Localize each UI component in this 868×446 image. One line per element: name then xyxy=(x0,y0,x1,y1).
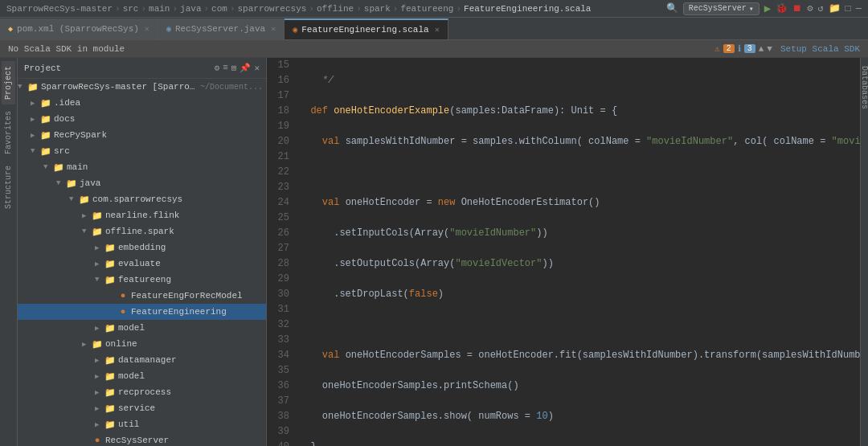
minimize-icon[interactable]: — xyxy=(856,3,862,14)
breadcrumb-sep: › xyxy=(230,4,235,14)
tree-item-recsysserver[interactable]: ● RecSysServer xyxy=(18,432,266,446)
tree-item-datamanager[interactable]: ▶ 📁 datamanager xyxy=(18,352,266,368)
close-icon[interactable]: ✕ xyxy=(435,25,440,35)
tree-item-label: nearline.flink xyxy=(105,211,179,220)
tree-item-label: docs xyxy=(54,114,75,124)
pin-icon[interactable]: 📌 xyxy=(240,63,251,73)
tree-item-online[interactable]: ▶ 📁 online xyxy=(18,336,266,352)
breadcrumb-item[interactable]: sparrowrecsys xyxy=(238,4,307,14)
left-sidebar-tabs: Project Favorites Structure xyxy=(0,58,18,446)
sdk-banner-right: ⚠ 2 ℹ 3 ▲ ▼ Setup Scala SDK xyxy=(714,43,860,54)
arrow-icon: ▶ xyxy=(95,260,104,268)
arrow-icon: ▶ xyxy=(95,404,104,413)
breadcrumb-item[interactable]: com xyxy=(211,4,227,14)
server-button[interactable]: RecSysServer ▾ xyxy=(683,2,760,15)
folder-icon: 📁 xyxy=(104,419,116,430)
tree-item-idea[interactable]: ▶ 📁 .idea xyxy=(18,95,266,111)
folder-icon[interactable]: 📁 xyxy=(829,2,841,14)
tree-item-docs[interactable]: ▶ 📁 docs xyxy=(18,111,266,127)
tree-item-model1[interactable]: ▶ 📁 model xyxy=(18,320,266,336)
tree-item-path: ~/Document... xyxy=(200,83,263,92)
tree-item-label: offline.spark xyxy=(105,227,174,236)
sort-icon[interactable]: ≡ xyxy=(223,63,228,73)
chevron-down-icon[interactable]: ▼ xyxy=(767,44,772,54)
tree-item-featureeng-recmodel[interactable]: ● FeatureEngForRecModel xyxy=(18,288,266,304)
expand-icon[interactable]: ⊞ xyxy=(231,63,237,73)
breadcrumb-sep: › xyxy=(356,4,362,14)
breadcrumb-item[interactable]: featureeng xyxy=(400,4,453,14)
arrow-icon: ▶ xyxy=(31,115,40,124)
tree-item-util[interactable]: ▶ 📁 util xyxy=(18,416,266,432)
breadcrumb-item[interactable]: java xyxy=(180,4,201,14)
tree-item-service[interactable]: ▶ 📁 service xyxy=(18,400,266,416)
databases-label[interactable]: Databases xyxy=(860,58,868,109)
project-tab[interactable]: Project xyxy=(2,61,15,104)
breadcrumb-item[interactable]: spark xyxy=(364,4,391,14)
tree-item-recpyspark[interactable]: ▶ 📁 RecPySpark xyxy=(18,127,266,143)
arrow-icon: ▼ xyxy=(43,163,53,171)
arrow-icon: ▶ xyxy=(95,243,104,252)
tree-item-offline-spark[interactable]: ▼ 📁 offline.spark xyxy=(18,223,266,239)
tree-item-featureengineering[interactable]: ● FeatureEngineering xyxy=(18,304,266,320)
arrow-icon: ▼ xyxy=(69,195,79,203)
xml-icon: ◆ xyxy=(8,24,13,34)
arrow-icon: ▼ xyxy=(18,83,27,91)
arrow-icon: ▶ xyxy=(31,131,40,140)
sdk-counts: ⚠ 2 ℹ 3 ▲ ▼ xyxy=(714,43,772,54)
chevron-up-icon[interactable]: ▲ xyxy=(759,44,764,54)
code-area[interactable]: */ def oneHotEncoderExample(samples:Data… xyxy=(296,58,860,446)
folder-icon: 📁 xyxy=(27,81,39,92)
tree-item-featureeng[interactable]: ▼ 📁 featureeng xyxy=(18,272,266,288)
settings-icon[interactable]: ⚙ xyxy=(215,63,220,73)
tree-root[interactable]: ▼ 📁 SparrowRecSys-master [SparrowRecSys]… xyxy=(18,79,266,95)
run-icon[interactable]: ▶ xyxy=(764,2,771,15)
breadcrumb-item[interactable]: main xyxy=(149,4,170,14)
breadcrumb-item[interactable]: src xyxy=(123,4,139,14)
tree-item-evaluate[interactable]: ▶ 📁 evaluate xyxy=(18,256,266,272)
tree-item-src[interactable]: ▼ 📁 src xyxy=(18,143,266,159)
breadcrumb-sep: › xyxy=(309,4,314,14)
maximize-icon[interactable]: □ xyxy=(845,3,851,14)
arrow-icon: ▶ xyxy=(31,99,40,108)
update-icon[interactable]: ↺ xyxy=(817,2,823,14)
tree-item-main[interactable]: ▼ 📁 main xyxy=(18,159,266,175)
close-icon[interactable]: ✕ xyxy=(271,24,276,34)
folder-icon: 📁 xyxy=(104,258,116,269)
tree-item-model2[interactable]: ▶ 📁 model xyxy=(18,368,266,384)
tree-item-embedding[interactable]: ▶ 📁 embedding xyxy=(18,239,266,256)
setup-sdk-button[interactable]: Setup Scala SDK xyxy=(780,44,860,54)
breadcrumb-item[interactable]: offline xyxy=(317,4,354,14)
debug-icon[interactable]: 🐞 xyxy=(776,2,788,14)
tree-item-recprocess[interactable]: ▶ 📁 recprocess xyxy=(18,384,266,400)
settings-icon[interactable]: ⚙ xyxy=(807,2,813,14)
favorites-tab[interactable]: Favorites xyxy=(2,106,15,159)
sdk-message: No Scala SDK in module xyxy=(8,44,125,54)
tree-item-label: evaluate xyxy=(118,259,161,268)
close-icon[interactable]: ✕ xyxy=(254,63,260,73)
folder-icon: 📁 xyxy=(40,97,51,108)
tree-item-label: .idea xyxy=(54,98,80,108)
search-icon[interactable]: 🔍 xyxy=(666,2,678,14)
warning-icon: ⚠ xyxy=(714,43,720,54)
close-icon[interactable]: ✕ xyxy=(145,24,149,34)
breadcrumb-sep: › xyxy=(203,4,209,14)
tab-recsysserver[interactable]: ◉ RecSysServer.java ✕ xyxy=(158,18,285,39)
tree-item-com-sparrowrecsys[interactable]: ▼ 📁 com.sparrowrecsys xyxy=(18,191,266,207)
stop-icon[interactable]: ⏹ xyxy=(792,2,802,14)
tab-pom-xml[interactable]: ◆ pom.xml (SparrowRecSys) ✕ xyxy=(0,18,158,39)
tree-item-label: service xyxy=(118,403,155,413)
code-line-26: oneHotEncoderSamples.show( numRows = 10) xyxy=(299,409,860,424)
scala-icon: ◉ xyxy=(293,25,297,35)
structure-tab-item[interactable]: Structure xyxy=(2,161,15,214)
tree-item-label: RecPySpark xyxy=(54,130,107,140)
breadcrumb-sep: › xyxy=(393,4,399,14)
folder-icon: 📁 xyxy=(104,354,116,366)
breadcrumb-item[interactable]: SparrowRecSys-master xyxy=(6,4,113,14)
tree-item-nearline[interactable]: ▶ 📁 nearline.flink xyxy=(18,207,266,223)
arrow-icon: ▶ xyxy=(95,356,104,365)
code-line-23 xyxy=(299,317,860,333)
code-line-17: val samplesWithIdNumber = samples.withCo… xyxy=(299,134,860,149)
tab-featureengineering[interactable]: ◉ FeatureEngineering.scala ✕ xyxy=(285,18,448,39)
tree-item-java[interactable]: ▼ 📁 java xyxy=(18,175,266,191)
warning-count: 2 xyxy=(723,44,735,53)
